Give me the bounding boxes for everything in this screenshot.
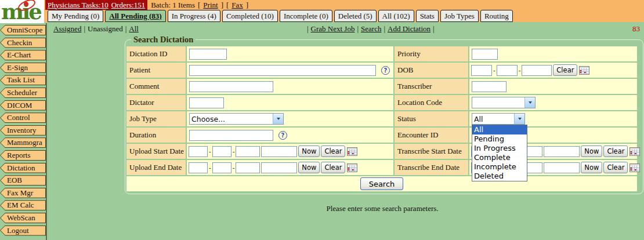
upload-start-calendar-icon[interactable] [347,147,357,156]
sidebar-item-checkin[interactable]: Checkin [0,38,46,48]
dob-month-input[interactable] [471,65,492,76]
sidebar-item-em-calc[interactable]: EM Calc [0,200,46,210]
grab-next-job-link[interactable]: Grab Next Job [311,24,355,33]
patient-input[interactable] [189,65,376,76]
tasks-orders-badge: Physicians Tasks:10 Orders:151 [45,0,147,10]
transcribe-start-clear-button[interactable]: Clear [603,146,628,157]
duration-help-icon[interactable]: ? [278,131,287,140]
dob-clear-button[interactable]: Clear [553,64,577,76]
status-option-all[interactable]: All [472,125,527,134]
upload-end-clear-button[interactable]: Clear [321,162,345,173]
location-code-select[interactable] [472,97,536,108]
duration-input[interactable] [189,130,273,141]
sidebar-item-inventory[interactable]: Inventory [0,125,46,136]
patient-cell: ? [187,63,393,78]
transcribe-start-calendar-icon[interactable] [629,147,640,156]
upload-start-month-input[interactable] [189,146,208,157]
separator: | [307,24,309,33]
sidebar-item-omniscope[interactable]: OmniScope [0,25,46,35]
upload-start-now-button[interactable]: Now [298,146,320,157]
status-option-deleted[interactable]: Deleted [472,172,527,181]
sidebar-item-dicom[interactable]: DICOM [0,100,46,111]
location-code-label: Location Code [395,95,468,110]
sidebar-item-dictation[interactable]: Dictation [0,163,46,173]
comment-input[interactable] [189,81,273,92]
sidebar-item-reports[interactable]: Reports [0,150,46,161]
upload-start-date-label: Upload Start Date [126,144,186,159]
tab-incomplete[interactable]: Incomplete (0) [280,10,332,22]
fax-link[interactable]: Fax [231,1,243,10]
upload-start-day-input[interactable] [212,146,231,157]
sidebar-item-eob[interactable]: EOB [0,175,46,186]
sidebar-item-label: DICOM [1,101,45,110]
pending-count: 83 [632,24,640,34]
transcribe-start-now-button[interactable]: Now [581,146,602,157]
sidebar-item-mammography[interactable]: Mammogra [0,137,46,148]
upload-end-now-button[interactable]: Now [298,162,320,173]
all-link[interactable]: All [129,24,139,33]
tab-all-pending[interactable]: All Pending (83) [105,10,165,22]
status-option-pending[interactable]: Pending [472,134,527,144]
job-type-select[interactable]: Choose... [189,113,284,125]
dob-year-input[interactable] [522,65,552,76]
transcribe-end-calendar-icon[interactable] [629,163,640,172]
search-button-row: Search [126,176,637,191]
upload-start-clear-button[interactable]: Clear [321,146,345,157]
upload-end-time-input[interactable] [261,162,297,173]
sidebar: OmniScope Checkin E-Chart E-Sign Task Li… [0,23,47,240]
transcribe-end-time-input[interactable] [544,162,580,173]
transcribe-start-time-input[interactable] [544,146,580,157]
dictation-id-label: Dictation ID [126,46,186,61]
assigned-link[interactable]: Assigned [53,24,81,33]
print-link[interactable]: Print [203,1,218,10]
tab-deleted[interactable]: Deleted (5) [334,10,377,22]
upload-end-calendar-icon[interactable] [347,163,357,172]
sidebar-item-webscan[interactable]: WebScan [0,213,46,223]
dob-calendar-icon[interactable] [579,66,589,75]
upload-end-day-input[interactable] [212,162,231,173]
sidebar-item-logout[interactable]: Logout [0,226,46,236]
tab-all[interactable]: All (102) [378,10,414,22]
search-form-grid: Dictation ID Priority Patient ? DOB - - [126,46,642,191]
patient-help-icon[interactable]: ? [381,66,390,75]
search-link[interactable]: Search [361,24,381,33]
tab-stats[interactable]: Stats [416,10,439,22]
dictation-id-input[interactable] [189,49,227,60]
status-option-in-progress[interactable]: In Progress [472,144,527,153]
upload-start-time-input[interactable] [261,146,297,157]
transcriber-input[interactable] [472,81,506,92]
sidebar-item-fax-mgr[interactable]: Fax Mgr [0,188,46,198]
add-dictation-link[interactable]: Add Dictation [388,24,430,33]
search-button[interactable]: Search [360,177,404,190]
physicians-tasks-link[interactable]: Physicians Tasks:10 [48,1,108,10]
upload-end-month-input[interactable] [189,162,208,173]
status-option-incomplete[interactable]: Incomplete [472,162,527,172]
orders-link[interactable]: Orders:151 [111,1,146,10]
dob-day-input[interactable] [497,65,518,76]
priority-input[interactable] [472,49,498,60]
status-select[interactable]: All [472,113,525,125]
sidebar-item-e-sign[interactable]: E-Sign [0,63,46,73]
upload-start-year-input[interactable] [236,146,260,157]
sidebar-item-task-list[interactable]: Task List [0,75,46,85]
upload-end-year-input[interactable] [236,162,260,173]
tab-completed[interactable]: Completed (10) [222,10,278,22]
sidebar-item-e-chart[interactable]: E-Chart [0,50,46,60]
priority-label: Priority [395,46,468,61]
tab-my-pending[interactable]: My Pending (0) [48,10,103,22]
location-code-value [472,103,524,103]
dictation-id-cell [187,46,393,61]
fax-bracket-close: ] [246,1,248,10]
tab-job-types[interactable]: Job Types [440,10,479,22]
sidebar-item-scheduler[interactable]: Scheduler [0,88,46,98]
comment-cell [187,79,393,94]
transcribe-end-now-button[interactable]: Now [581,162,602,173]
tab-routing[interactable]: Routing [480,10,513,22]
status-dropdown-list: All Pending In Progress Complete Incompl… [472,125,527,181]
sidebar-item-control[interactable]: Control [0,112,46,123]
dictator-input[interactable] [189,97,224,108]
separator: | [433,24,435,33]
tab-in-progress[interactable]: In Progress (4) [168,10,220,22]
transcribe-end-clear-button[interactable]: Clear [603,162,628,173]
status-option-complete[interactable]: Complete [472,153,527,162]
